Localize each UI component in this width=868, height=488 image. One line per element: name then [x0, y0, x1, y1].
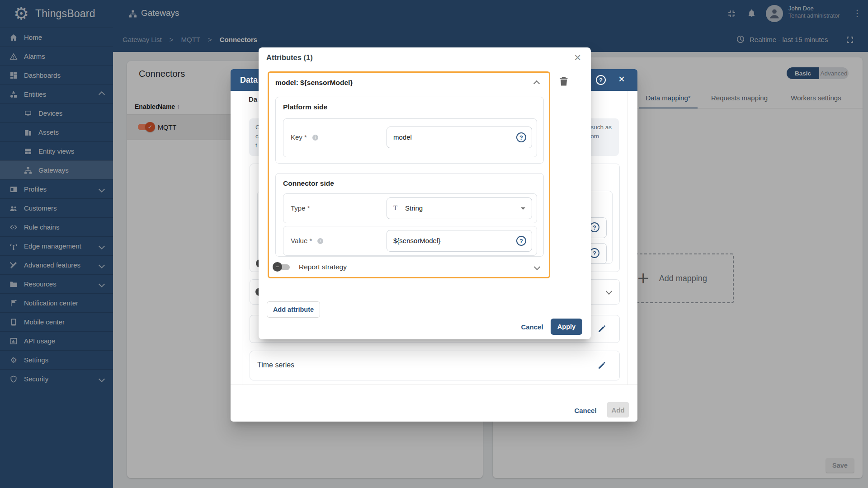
value-row: Value * i ${sensorModel} ? — [283, 226, 537, 256]
chevron-down-icon — [534, 264, 540, 270]
time-series-row: Time series — [250, 351, 620, 380]
edit-pencil-icon[interactable] — [597, 324, 607, 333]
dialog-title: Data — [240, 75, 258, 85]
value-value: ${sensorModel} — [393, 237, 440, 244]
key-value: model — [393, 133, 412, 141]
close-icon[interactable]: × — [574, 51, 581, 65]
value-input[interactable]: ${sensorModel} ? — [387, 230, 532, 252]
close-icon[interactable]: × — [618, 74, 625, 84]
required-marker: * — [304, 133, 307, 141]
info-text: t — [255, 142, 257, 149]
section-label-fragment: Da — [249, 95, 257, 103]
modal-apply-button[interactable]: Apply — [551, 319, 582, 335]
value-label: Value * i — [291, 237, 323, 244]
type-label-text: Type — [291, 204, 306, 212]
thingsboard-app: Gateways John Doe Tenant administrator ⋮… — [0, 0, 868, 488]
modal-cancel-button[interactable]: Cancel — [519, 320, 546, 333]
report-strategy-toggle[interactable]: − — [274, 263, 291, 272]
key-label: Key * i — [291, 133, 318, 141]
trash-icon[interactable] — [558, 75, 570, 87]
required-marker: * — [309, 237, 312, 244]
info-icon[interactable]: i — [317, 238, 323, 244]
edit-pencil-icon[interactable] — [597, 361, 607, 370]
type-prefix-icon: T — [393, 204, 397, 212]
help-icon[interactable]: ? — [590, 222, 599, 232]
divider — [627, 91, 627, 385]
time-series-label: Time series — [257, 361, 294, 369]
value-label-text: Value — [291, 237, 307, 244]
attribute-header-row[interactable]: model: ${sensorModel} — [269, 73, 549, 93]
dropdown-caret-icon — [521, 207, 525, 210]
platform-side-section: Platform side Key * i model ? — [275, 97, 544, 164]
info-text: such as — [590, 124, 612, 131]
dialog-cancel-button[interactable]: Cancel — [572, 404, 599, 417]
type-label: Type * — [291, 204, 310, 212]
connector-side-section: Connector side Type * T String Value — [275, 173, 544, 257]
help-icon[interactable]: ? — [516, 132, 526, 142]
report-strategy-row: − Report strategy — [274, 259, 545, 277]
type-select[interactable]: T String — [387, 197, 532, 219]
divider — [231, 385, 637, 385]
platform-side-title: Platform side — [283, 103, 327, 111]
divider — [242, 91, 242, 385]
help-icon[interactable]: ? — [590, 248, 599, 258]
key-label-text: Key — [291, 133, 302, 141]
info-text: c — [255, 133, 259, 140]
chevron-up-icon — [533, 80, 540, 87]
info-icon[interactable]: i — [312, 135, 318, 141]
dialog-add-button[interactable]: Add — [607, 402, 629, 418]
required-marker: * — [307, 204, 310, 212]
modal-title: Attributes (1) — [266, 53, 313, 62]
attribute-panel: model: ${sensorModel} Platform side Key … — [268, 71, 550, 278]
add-attribute-button[interactable]: Add attribute — [267, 301, 320, 318]
key-row: Key * i model ? — [283, 118, 537, 157]
key-input[interactable]: model ? — [387, 127, 532, 148]
toggle-knob-minus-icon: − — [273, 262, 282, 272]
attributes-modal: Attributes (1) × model: ${sensorModel} P… — [259, 47, 591, 339]
type-value: String — [405, 204, 423, 212]
help-icon[interactable]: ? — [596, 75, 606, 85]
attribute-header-label: model: ${sensorModel} — [275, 79, 353, 87]
chevron-down-icon — [606, 288, 612, 295]
type-row: Type * T String — [283, 193, 537, 223]
help-icon[interactable]: ? — [516, 236, 526, 246]
report-strategy-label: Report strategy — [299, 263, 347, 271]
connector-side-title: Connector side — [283, 179, 334, 188]
